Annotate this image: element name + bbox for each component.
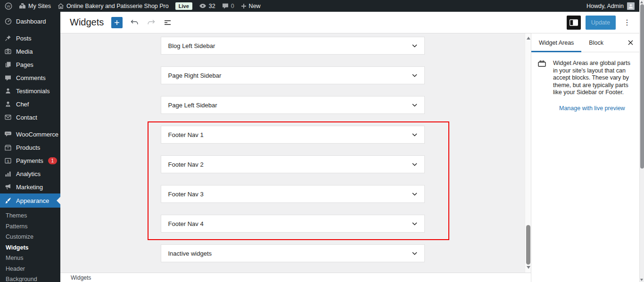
sidebar-item-marketing[interactable]: Marketing (0, 180, 60, 193)
sidebar-item-woocommerce[interactable]: Woo WooCommerce (0, 128, 60, 141)
user-silhouette-icon (628, 3, 634, 9)
new-content-menu[interactable]: New (238, 0, 264, 12)
sidebar-item-contact[interactable]: Contact (0, 111, 60, 124)
sidebar-item-comments[interactable]: Comments (0, 71, 60, 84)
paintbrush-icon (4, 197, 12, 204)
site-name-menu[interactable]: Online Bakery and Patisserie Shop Pro (54, 0, 172, 12)
site-views[interactable]: 32 (196, 0, 219, 12)
widget-area-footer-nav-3[interactable]: Footer Nav 3 (161, 185, 425, 203)
menu-separator (0, 28, 60, 32)
chevron-down-icon (412, 74, 417, 77)
submenu-item-patterns[interactable]: Patterns (0, 221, 60, 232)
add-block-button[interactable] (111, 17, 123, 28)
widget-areas-description: Widget Areas are global parts in your si… (553, 60, 632, 97)
editor-header: Widgets Update ⋮ (60, 12, 639, 33)
page-title: Widgets (70, 17, 104, 28)
bar-chart-icon (4, 171, 12, 177)
sidebar-item-analytics[interactable]: Analytics (0, 167, 60, 180)
payment-card-icon: $ (4, 158, 12, 164)
block-brick-icon (538, 60, 546, 67)
redo-button[interactable] (146, 18, 157, 26)
inspector-body: Widget Areas are global parts in your si… (531, 52, 639, 120)
my-sites-menu[interactable]: My Sites (16, 0, 54, 12)
sidebar-item-label: WooCommerce (16, 131, 58, 138)
widget-area-blog-left-sidebar[interactable]: Blog Left Sidebar (161, 37, 425, 55)
submenu-item-widgets[interactable]: Widgets (0, 242, 60, 253)
sidebar-item-label: Chef (16, 101, 29, 108)
plus-icon (114, 19, 120, 26)
sidebar-item-chef[interactable]: Chef (0, 97, 60, 111)
svg-text:$: $ (7, 159, 9, 163)
sidebar-item-label: Appearance (16, 197, 49, 204)
undo-button[interactable] (129, 18, 140, 26)
account-menu[interactable]: Howdy, Admin (586, 2, 639, 10)
window-scrollbar[interactable] (639, 0, 644, 282)
tab-widget-areas[interactable]: Widget Areas (531, 33, 581, 52)
my-sites-label: My Sites (28, 3, 51, 9)
camera-icon (4, 48, 12, 55)
sidebar-item-products[interactable]: Products (0, 141, 60, 154)
live-badge-wrap: Live (172, 0, 196, 12)
woocommerce-icon: Woo (4, 131, 12, 137)
widget-area-footer-nav-4[interactable]: Footer Nav 4 (161, 215, 425, 233)
submenu-item-header[interactable]: Header (0, 264, 60, 274)
update-button[interactable]: Update (586, 16, 616, 30)
sidebar-item-label: Products (16, 144, 40, 151)
tab-block[interactable]: Block (581, 33, 611, 52)
wordpress-menu[interactable]: W (0, 0, 16, 12)
sidebar-item-label: Posts (16, 35, 32, 42)
settings-sidebar: Widget Areas Block Widget Areas are glob… (531, 33, 639, 282)
sidebar-item-dashboard[interactable]: Dashboard (0, 15, 60, 28)
widget-area-title: Blog Left Sidebar (168, 42, 215, 49)
widget-area-footer-nav-1[interactable]: Footer Nav 1 (161, 126, 425, 144)
scroll-up-arrow[interactable] (527, 37, 530, 40)
widget-areas-list: Blog Left Sidebar Page Right Sidebar Pag… (60, 33, 531, 273)
widget-area-inactive-widgets[interactable]: Inactive widgets (161, 244, 425, 262)
widget-area-title: Page Left Sidebar (168, 102, 217, 109)
widget-area-page-right-sidebar[interactable]: Page Right Sidebar (161, 66, 425, 84)
payments-count-badge: 1 (48, 157, 57, 164)
admin-sidebar: Dashboard Posts Media Pages Comments Tes… (0, 12, 60, 282)
inspector-tabs: Widget Areas Block (531, 33, 639, 52)
breadcrumb: Widgets (71, 274, 91, 281)
widget-area-page-left-sidebar[interactable]: Page Left Sidebar (161, 96, 425, 114)
sidebar-item-label: Dashboard (16, 18, 46, 25)
chevron-down-icon (412, 222, 417, 226)
comments-shortcut[interactable]: 0 (219, 0, 238, 12)
svg-text:Woo: Woo (6, 132, 10, 135)
manage-live-preview-link[interactable]: Manage with live preview (559, 105, 625, 112)
scroll-down-arrow[interactable] (640, 279, 643, 281)
comment-bubble-icon (222, 3, 229, 9)
sidebar-item-posts[interactable]: Posts (0, 32, 60, 45)
widget-area-title: Footer Nav 1 (168, 131, 204, 138)
wordpress-logo-icon: W (5, 2, 12, 10)
person-icon (4, 88, 12, 94)
submenu-item-customize[interactable]: Customize (0, 232, 60, 242)
dashboard-icon (4, 18, 12, 25)
live-status-badge: Live (175, 2, 192, 10)
sidebar-item-payments[interactable]: $ Payments 1 (0, 154, 60, 167)
scroll-up-arrow[interactable] (640, 1, 643, 3)
sidebar-item-appearance[interactable]: Appearance (0, 193, 60, 208)
submenu-item-menus[interactable]: Menus (0, 253, 60, 264)
widget-area-footer-nav-2[interactable]: Footer Nav 2 (161, 155, 425, 173)
submenu-item-themes[interactable]: Themes (0, 210, 60, 221)
avatar (627, 2, 635, 10)
scroll-down-arrow[interactable] (527, 266, 530, 269)
settings-sidebar-toggle-button[interactable] (567, 16, 581, 30)
widget-area-title: Footer Nav 2 (168, 161, 204, 168)
content-scrollbar[interactable] (525, 33, 531, 273)
sidebar-item-testimonials[interactable]: Testimonials (0, 84, 60, 97)
options-menu-button[interactable]: ⋮ (620, 17, 634, 28)
sidebar-item-pages[interactable]: Pages (0, 58, 60, 71)
scrollbar-thumb[interactable] (640, 4, 644, 169)
chevron-down-icon (412, 44, 417, 48)
list-view-icon (164, 20, 172, 25)
menu-separator (0, 124, 60, 128)
submenu-item-background[interactable]: Background (0, 274, 60, 282)
scrollbar-thumb[interactable] (526, 225, 530, 265)
list-view-button[interactable] (163, 19, 173, 26)
sidebar-item-media[interactable]: Media (0, 45, 60, 58)
comment-icon (4, 75, 12, 81)
close-sidebar-button[interactable] (622, 33, 639, 52)
